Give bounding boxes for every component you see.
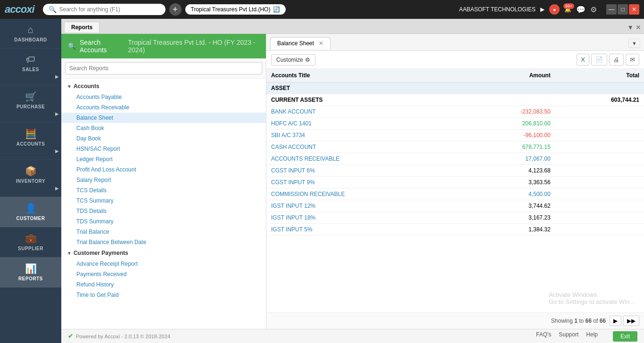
row-igst-18-amount: 3,167.23 [462,212,555,224]
minimize-button[interactable]: — [606,4,617,15]
row-igst-18[interactable]: IGST INPUT 18% [266,212,462,224]
showing-text: Showing 1 to 66 of 66 [551,318,606,324]
help-link[interactable]: Help [586,331,598,342]
nav-item-trial-balance-date[interactable]: Trial Balance Between Date [61,237,266,247]
sidebar-item-supplier[interactable]: 💼 SUPPLIER [0,227,61,257]
row-igst-5[interactable]: IGST INPUT 5% [266,224,462,236]
faq-link[interactable]: FAQ's [536,331,551,342]
sidebar-label-accounts: ACCOUNTS [17,141,45,147]
customize-button[interactable]: Customize ⚙ [271,54,315,65]
sidebar-item-reports[interactable]: 📊 REPORTS [0,257,61,287]
sidebar-item-sales[interactable]: 🏷 SALES ▶ [0,49,61,85]
nav-group-customer-payments-header[interactable]: ▼ Customer Payments [61,247,266,259]
row-sbi[interactable]: SBI A/C 3734 [266,130,462,141]
window-controls: — □ ✕ [606,4,639,15]
dropdown-tab-action[interactable]: ▼ [628,39,640,48]
row-commission-receivable[interactable]: COMMISSION RECEIVABLE [266,188,462,200]
balance-sheet-tab[interactable]: Balance Sheet ✕ [270,37,330,49]
search-input[interactable] [59,6,154,13]
row-cgst-6[interactable]: CGST INPUT 6% [266,165,462,177]
nav-group-accounts-header[interactable]: ▼ Accounts [61,81,266,92]
company-selector[interactable]: Tropical Treasures Pvt Ltd.(HO) 🔄 [185,4,286,15]
nav-item-time-to-get-paid[interactable]: Time to Get Paid [61,290,266,300]
app-logo: accoxi [5,3,34,16]
email-button[interactable]: ✉ [626,54,639,65]
table-row: CURRENT ASSETS 603,744.21 [266,94,644,106]
nav-item-tcs-details[interactable]: TCS Details [61,185,266,196]
tab-close-outer[interactable]: ✕ [636,24,641,31]
last-page-button[interactable]: ▶▶ [623,316,639,326]
add-button[interactable]: + [169,3,182,16]
close-button[interactable]: ✕ [629,4,639,15]
chat-icon[interactable]: 💬 [576,5,586,14]
right-tab-actions: ▼ [628,39,640,48]
nav-group-accounts: ▼ Accounts Accounts Payable Accounts Rec… [61,81,266,247]
sales-icon: 🏷 [26,54,35,65]
balance-sheet-tab-close[interactable]: ✕ [319,40,323,47]
excel-export-button[interactable]: X [577,54,589,65]
nav-item-accounts-receivable[interactable]: Accounts Receivable [61,102,266,113]
maximize-button[interactable]: □ [618,4,628,15]
sidebar-item-inventory[interactable]: 📦 INVENTORY ▶ [0,160,61,197]
table-row: IGST INPUT 12% 3,744.62 [266,200,644,212]
nav-item-ledger[interactable]: Ledger Report [61,154,266,164]
nav-item-payments-received[interactable]: Payments Received [61,269,266,279]
notification-badge[interactable]: 🔔 99+ [564,6,571,13]
sidebar-item-dashboard[interactable]: ⌂ DASHBOARD [0,19,61,49]
table-row: CGST INPUT 6% 4,123.68 [266,165,644,177]
search-accounts-bar[interactable]: 🔍 Search Accounts Tropical Treasures Pvt… [61,34,266,58]
pdf-export-button[interactable]: 📄 [591,54,607,65]
table-row: COMMISSION RECEIVABLE 4,500.00 [266,188,644,200]
company-info-label: Tropical Treasures Pvt Ltd. - HO (FY 202… [128,39,259,54]
sidebar-item-accounts[interactable]: 🧮 ACCOUNTS ▶ [0,122,61,160]
exit-button[interactable]: Exit [613,331,637,342]
nav-item-hsn-sac[interactable]: HSN/SAC Report [61,144,266,154]
nav-item-tds-summary[interactable]: TDS Summary [61,216,266,227]
nav-item-refund-history[interactable]: Refund History [61,279,266,290]
support-link[interactable]: Support [559,331,578,342]
sidebar: ⌂ DASHBOARD 🏷 SALES ▶ 🛒 PURCHASE ▶ 🧮 ACC… [0,19,61,343]
row-cash-account[interactable]: CASH ACCOUNT [266,141,462,153]
refresh-icon[interactable]: 🔄 [273,6,280,13]
row-hdfc[interactable]: HDFC A/C 1401 [266,118,462,130]
row-accounts-receivable[interactable]: ACCOUNTS RECEIVABLE [266,153,462,165]
table-row: CASH ACCOUNT 678,771.15 [266,141,644,153]
search-reports-input[interactable] [65,62,262,74]
sidebar-label-sales: SALES [22,67,39,72]
nav-item-tcs-summary[interactable]: TCS Summary [61,196,266,206]
sidebar-label-dashboard: DASHBOARD [14,37,47,42]
row-bank-account[interactable]: BANK ACCOUNT [266,106,462,118]
col-amount: Amount [462,69,555,82]
row-igst-12[interactable]: IGST INPUT 12% [266,200,462,212]
accoxi-logo-small: ✔ [68,333,73,340]
right-panel: Balance Sheet ✕ ▼ Customize ⚙ X 📄 [266,34,644,329]
row-cgst-9[interactable]: CGST INPUT 9% [266,177,462,188]
search-accounts-label: Search Accounts [80,39,124,54]
nav-item-accounts-payable[interactable]: Accounts Payable [61,92,266,102]
nav-item-advance-receipt[interactable]: Advance Receipt Report [61,259,266,269]
nav-item-salary[interactable]: Salary Report [61,175,266,185]
nav-item-tds-details[interactable]: TDS Details [61,206,266,216]
nav-group-customer-payments-label: Customer Payments [74,250,128,256]
reports-tab[interactable]: Reports [64,22,99,33]
table-row: SBI A/C 3734 -96,100.00 [266,130,644,141]
print-button[interactable]: 🖨 [609,54,624,65]
panel-wrapper: 🔍 Search Accounts Tropical Treasures Pvt… [61,34,644,329]
settings-icon[interactable]: ⚙ [590,5,597,14]
nav-item-trial-balance[interactable]: Trial Balance [61,227,266,237]
sidebar-item-purchase[interactable]: 🛒 PURCHASE ▶ [0,85,61,122]
nav-item-cash-book[interactable]: Cash Book [61,123,266,133]
nav-item-profit-loss[interactable]: Profit And Loss Account [61,164,266,175]
powered-by: ✔ Powered by Accoxi - 2.0.13 © 2018-2024 [68,333,170,340]
sidebar-item-customer[interactable]: 👤 CUSTOMER [0,197,61,227]
nav-item-day-book[interactable]: Day Book [61,133,266,144]
sidebar-label-inventory: INVENTORY [16,179,45,184]
nav-item-balance-sheet[interactable]: Balance Sheet [61,113,266,123]
next-page-button[interactable]: ▶ [610,316,621,326]
sidebar-label-purchase: PURCHASE [17,104,45,109]
global-search[interactable]: 🔍 [43,4,165,15]
tab-chevron-down[interactable]: ▼ [627,24,634,31]
dashboard-icon: ⌂ [28,24,33,35]
table-row: CGST INPUT 9% 3,363.56 [266,177,644,188]
table-row: IGST INPUT 18% 3,167.23 [266,212,644,224]
